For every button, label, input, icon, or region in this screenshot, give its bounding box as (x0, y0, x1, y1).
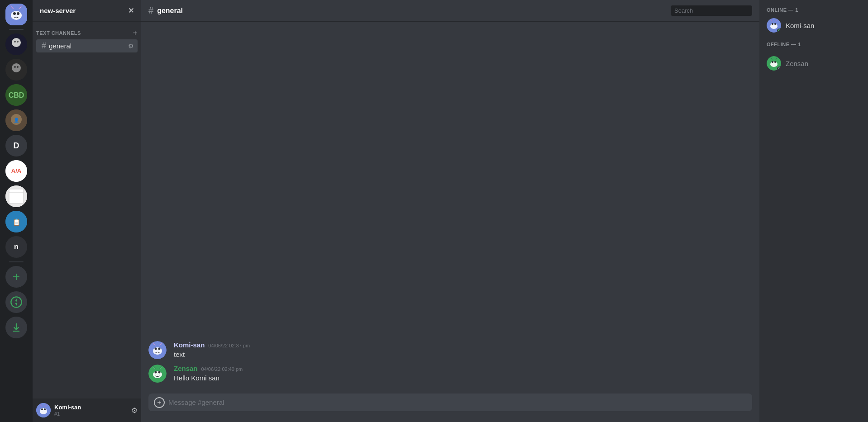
channel-hash-icon: # (148, 5, 153, 16)
komi-message-avatar (148, 341, 167, 359)
current-user-tag: #1 (54, 411, 128, 417)
svg-point-9 (12, 38, 21, 47)
svg-text:📋: 📋 (13, 218, 21, 226)
zensan-member-avatar (767, 56, 781, 71)
svg-point-36 (44, 408, 46, 410)
server-name-label: new-server (40, 7, 76, 14)
zensan-message-content: Zensan 04/06/22 02:40 pm Hello Komi san (174, 365, 752, 383)
komi-member-avatar (767, 18, 781, 33)
main-chat-area: # general (141, 0, 759, 422)
svg-point-3 (17, 12, 19, 15)
server-icon-main[interactable] (5, 4, 27, 25)
channel-item-general[interactable]: # general ⚙ (36, 39, 138, 52)
members-sidebar: ONLINE — 1 Komi-san OFFLINE — 1 (759, 0, 868, 422)
svg-point-64 (774, 61, 776, 63)
message-zensan: Zensan 04/06/22 02:40 pm Hello Komi san (141, 363, 759, 384)
offline-section-title: OFFLINE — 1 (763, 42, 864, 47)
svg-marker-30 (15, 303, 18, 306)
chat-channel-title: general (157, 7, 183, 15)
svg-point-10 (14, 41, 16, 43)
server-icon-d[interactable]: D (5, 135, 27, 156)
svg-point-49 (155, 371, 157, 374)
hash-icon: # (42, 41, 46, 51)
member-item-zensan[interactable]: Zensan (763, 54, 864, 72)
current-user-avatar (36, 403, 51, 417)
chat-messages: Komi-san 04/06/22 02:37 pm text ✏ (141, 22, 759, 394)
server-settings-icon[interactable]: ✕ (128, 6, 134, 15)
svg-marker-29 (15, 299, 18, 302)
svg-point-58 (774, 23, 776, 25)
svg-rect-24 (9, 189, 24, 204)
message-input-wrapper: + (148, 394, 752, 411)
add-attachment-button[interactable]: + (154, 397, 165, 408)
svg-point-40 (153, 347, 162, 355)
svg-point-15 (17, 66, 19, 68)
server-icon-s4[interactable]: 👤 (5, 109, 27, 131)
message-komi: Komi-san 04/06/22 02:37 pm text ✏ (141, 339, 759, 361)
svg-point-63 (772, 61, 773, 63)
zensan-message-text: Hello Komi san (174, 373, 752, 383)
komi-username: Komi-san (174, 341, 205, 349)
member-item-komi[interactable]: Komi-san (763, 16, 864, 34)
compass-icon (10, 296, 23, 308)
server-icon-aa[interactable]: A/A (5, 160, 27, 182)
server-icon-n[interactable]: n (5, 236, 27, 258)
server-icon-s8[interactable]: 📋 (5, 211, 27, 232)
server-icon-s1[interactable] (5, 33, 27, 55)
komi-message-timestamp: 04/06/22 02:37 pm (208, 343, 250, 348)
zensan-status-badge (777, 66, 781, 71)
server-name-header[interactable]: new-server ✕ (33, 0, 141, 22)
channel-settings-icon[interactable]: ⚙ (128, 43, 134, 50)
server-letter-d: D (14, 141, 19, 151)
komi-status-badge (777, 28, 781, 33)
svg-text:A/A: A/A (11, 167, 22, 174)
svg-point-34 (40, 408, 47, 414)
user-settings-icon[interactable]: ⚙ (131, 406, 138, 415)
zensan-message-header: Zensan 04/06/22 02:40 pm (174, 365, 752, 372)
svg-text:👤: 👤 (14, 117, 19, 123)
komi-message-content: Komi-san 04/06/22 02:37 pm text (174, 341, 752, 359)
text-channels-label: TEXT CHANNELS (36, 30, 81, 36)
discover-servers-button[interactable] (5, 291, 27, 313)
svg-point-28 (11, 297, 21, 307)
svg-point-56 (770, 24, 777, 29)
zensan-message-avatar (148, 365, 167, 383)
add-channel-button[interactable]: + (133, 29, 138, 37)
text-channels-category: TEXT CHANNELS + (33, 22, 141, 39)
svg-point-14 (14, 66, 16, 68)
svg-text:CBD: CBD (9, 91, 24, 99)
server-icon-s3[interactable]: CBD (5, 84, 27, 106)
komi-message-text: text (174, 350, 752, 359)
user-area: Komi-san #1 ⚙ (33, 398, 141, 422)
svg-point-48 (153, 371, 162, 378)
svg-point-35 (41, 408, 43, 410)
server-divider-2 (9, 261, 24, 262)
server-letter-n: n (14, 243, 19, 251)
zensan-username: Zensan (174, 365, 198, 372)
svg-point-41 (155, 348, 157, 350)
message-input[interactable] (168, 394, 747, 411)
server-divider-1 (9, 29, 24, 30)
komi-member-name: Komi-san (786, 22, 814, 29)
svg-point-11 (17, 41, 19, 43)
add-server-button[interactable]: + (5, 266, 27, 288)
current-username: Komi-san (54, 404, 128, 411)
chat-header: # general (141, 0, 759, 22)
search-input[interactable] (671, 5, 752, 16)
online-section-title: ONLINE — 1 (763, 7, 864, 13)
download-icon (10, 321, 23, 334)
download-apps-button[interactable] (5, 317, 27, 338)
server-icon-s7[interactable] (5, 185, 27, 207)
current-user-info: Komi-san #1 (54, 404, 128, 417)
channels-section: TEXT CHANNELS + # general ⚙ (33, 22, 141, 398)
svg-point-13 (12, 63, 21, 72)
svg-point-2 (13, 12, 16, 15)
svg-point-62 (770, 62, 777, 67)
channel-sidebar: new-server ✕ TEXT CHANNELS + # general ⚙ (33, 0, 141, 422)
search-bar-area (671, 5, 752, 16)
server-list: CBD 👤 D A/A 📋 n + (0, 0, 33, 422)
server-icon-s2[interactable] (5, 59, 27, 81)
svg-point-57 (772, 23, 773, 25)
komi-message-header: Komi-san 04/06/22 02:37 pm (174, 341, 752, 349)
channel-name-general: general (49, 42, 128, 50)
